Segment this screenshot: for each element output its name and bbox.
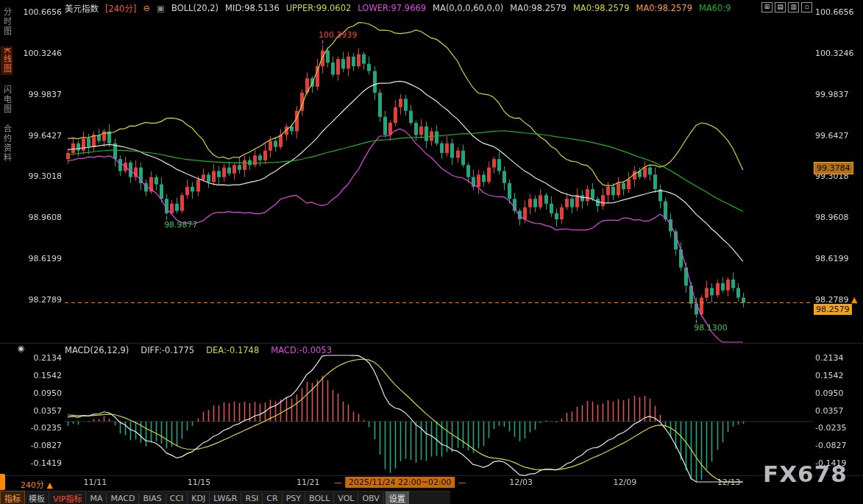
highlight-dash-left: — (334, 478, 342, 487)
trading-app-window: 美元指数 [240分] ⊖ ▣ BOLL(20,2) MID:98.5136 U… (0, 0, 863, 504)
layout-rows-icon[interactable]: ▤ (775, 2, 786, 13)
sidebar-tab-contract-info[interactable]: 合约资料 (1, 124, 13, 163)
layout-columns-icon[interactable]: ▥ (788, 2, 799, 13)
boll-lower-value: LOWER:97.9669 (358, 3, 426, 13)
sidebar-tab-kline-chart[interactable]: K线图 (1, 46, 13, 75)
toolbar-item-obv[interactable]: OBV (358, 493, 383, 504)
boll-settings-icon[interactable]: ▣ (157, 3, 165, 13)
highlight-dash-right: — (458, 478, 466, 487)
sidebar-tab-lightning-chart[interactable]: 闪电图 (1, 85, 13, 114)
price-axis-label-left: 98.9608 (13, 213, 62, 222)
collapse-icon[interactable]: ⊖ (143, 3, 150, 13)
ma60-price-tag: 99.3784 (814, 162, 853, 174)
toolbar-item-bias[interactable]: BIAS (139, 493, 166, 504)
watermark: FX678 (763, 461, 848, 487)
price-axis-label-left: 99.3018 (13, 172, 62, 181)
layout-grid-icon[interactable]: ⊞ (761, 2, 773, 13)
macd-diff-value: DIFF:-0.1775 (141, 345, 194, 355)
toolbar-item-psy[interactable]: PSY (283, 493, 305, 504)
toolbar-item-boll[interactable]: BOLL (305, 493, 334, 504)
toolbar-item-vol[interactable]: VOL (334, 493, 358, 504)
price-annotation: 98.9877 (164, 221, 198, 230)
price-annotation: 100.3939 (319, 31, 358, 40)
drawer-tab[interactable] (0, 474, 5, 490)
macd-axis-label-left: 0.1542 (13, 372, 62, 380)
macd-axis-label-left: -0.1419 (13, 459, 62, 468)
price-axis-label-left: 99.9837 (13, 90, 62, 99)
date-label: 12/03 (506, 478, 536, 487)
macd-title: MACD(26,12,9) (65, 345, 129, 355)
period-up-arrow-icon: ▲ (47, 480, 53, 490)
price-axis-label-left: 100.3246 (13, 49, 62, 58)
price-alert-arrow-icon: ▲ (849, 295, 858, 305)
toolbar-item-cci[interactable]: CCI (166, 493, 188, 504)
toolbar-item-templates[interactable]: 模板 (25, 491, 49, 504)
macd-axis-label-left: -0.0827 (13, 441, 62, 450)
date-label: 11/11 (80, 478, 110, 487)
price-axis-label-left: 98.6199 (13, 255, 62, 263)
crosshair-time-highlight: —2025/11/24 22:00~02:00— (334, 477, 466, 488)
ma-value-2: MA0:98.2579 (573, 3, 630, 13)
ma-value-1: MA0:98.2579 (510, 3, 567, 13)
ma60-value: MA60:9 (699, 3, 731, 13)
price-axis-label-left: 100.6656 (13, 8, 62, 17)
indicator-toolbar: 指标模板VIP指标MAMACDBIASCCIKDJLW&RRSICRPSYBOL… (0, 491, 450, 504)
layout-mini-icon[interactable]: ▫ (801, 2, 812, 13)
chart-type-sidebar: 分时图K线图闪电图合约资料 (0, 7, 13, 163)
date-label: 11/21 (294, 478, 323, 487)
price-axis-label-left: 98.2789 (13, 296, 62, 305)
macd-dea-value: DEA:-0.1748 (206, 345, 259, 355)
price-axis-label-right: 98.6199 (815, 255, 862, 263)
toolbar-item-vip-indicators[interactable]: VIP指标 (49, 491, 86, 504)
macd-settings-icon[interactable]: ◉ (18, 344, 25, 353)
macd-axis-label-left: 0.2134 (13, 354, 62, 363)
macd-axis-label-left: 0.0950 (13, 389, 62, 398)
window-layout-icons: ⊞▤▥▫ (757, 2, 812, 13)
date-label: 12/13 (714, 478, 744, 487)
macd-axis-label-right: -0.0827 (815, 441, 862, 450)
price-annotation: 98.1300 (694, 324, 728, 333)
macd-axis-label-right: 0.0950 (815, 389, 862, 398)
date-label: 11/15 (185, 478, 214, 487)
symbol-title: 美元指数 (65, 2, 99, 14)
price-axis-label-right: 99.6427 (815, 132, 862, 141)
price-axis-label-right: 98.9608 (815, 213, 862, 222)
highlight-time-label: 2025/11/24 22:00~02:00 (345, 477, 455, 488)
price-chart-canvas[interactable] (0, 0, 863, 504)
price-axis-label-right: 100.6656 (815, 8, 862, 17)
price-axis-label-right: 98.2789 ▲ (815, 296, 862, 305)
sidebar-tab-timeshare-chart[interactable]: 分时图 (1, 7, 13, 36)
macd-value: MACD:-0.0053 (271, 345, 332, 355)
price-axis-label-left: 99.6427 (13, 132, 62, 141)
period-tag[interactable]: [240分] (105, 2, 136, 14)
toolbar-item-macd[interactable]: MACD (107, 493, 139, 504)
toolbar-item-kdj[interactable]: KDJ (188, 493, 210, 504)
macd-axis-label-left: 0.0357 (13, 407, 62, 416)
macd-axis-label-right: -0.0235 (815, 424, 862, 433)
last-price-tag: 98.2579 (814, 304, 852, 315)
price-axis-label-right: 99.9837 (815, 90, 862, 99)
toolbar-item-ma[interactable]: MA (86, 493, 107, 504)
macd-axis-label-left: -0.0235 (13, 424, 62, 433)
toolbar-item-lwr[interactable]: LW&R (210, 493, 241, 504)
toolbar-item-rsi[interactable]: RSI (241, 493, 263, 504)
boll-label: BOLL(20,2) (171, 3, 219, 13)
ma-value-3: MA0:98.2579 (636, 3, 692, 13)
price-axis-label-right: 100.3246 (815, 49, 862, 58)
ma-config-label: MA(0,0,0,60,0,0) (433, 3, 503, 13)
boll-upper-value: UPPER:99.0602 (286, 3, 352, 13)
date-label: 12/09 (610, 478, 639, 487)
chart-header: 美元指数 [240分] ⊖ ▣ BOLL(20,2) MID:98.5136 U… (65, 2, 731, 14)
period-label: 240分 (21, 480, 44, 490)
toolbar-item-settings[interactable]: 设置 (386, 491, 409, 504)
toolbar-item-cr[interactable]: CR (263, 493, 282, 504)
macd-header: MACD(26,12,9) DIFF:-0.1775 DEA:-0.1748 M… (65, 345, 332, 355)
boll-mid-value: MID:98.5136 (225, 3, 280, 13)
period-selector[interactable]: 240分 ▲ (21, 478, 53, 490)
macd-axis-label-right: 0.0357 (815, 407, 862, 416)
macd-axis-label-right: 0.2134 (815, 354, 862, 363)
macd-axis-label-right: 0.1542 (815, 372, 862, 380)
toolbar-item-indicators[interactable]: 指标 (0, 491, 25, 504)
